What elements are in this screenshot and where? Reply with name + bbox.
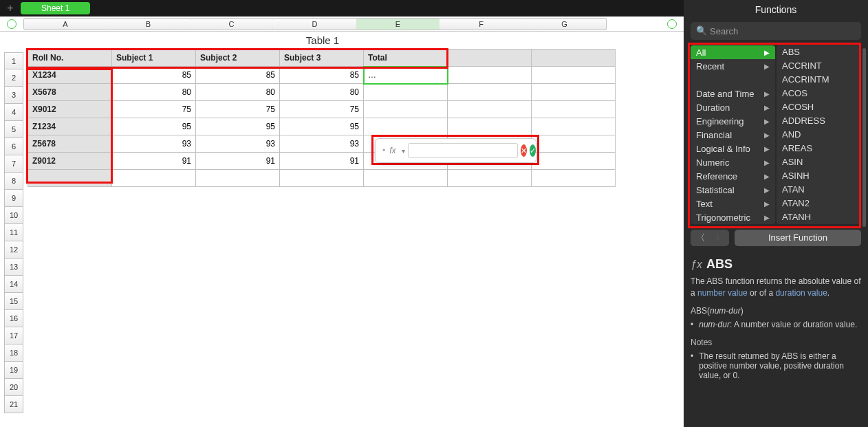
- row-start-handle[interactable]: [7, 19, 17, 29]
- cell[interactable]: [364, 118, 448, 135]
- row-header[interactable]: 10: [4, 207, 23, 224]
- row-end-handle[interactable]: [667, 19, 677, 29]
- add-sheet-button[interactable]: +: [4, 2, 17, 14]
- cell[interactable]: 91: [280, 153, 364, 170]
- row-header[interactable]: 5: [4, 121, 23, 138]
- row-header[interactable]: 13: [4, 259, 23, 276]
- header-cell[interactable]: [448, 50, 532, 67]
- function-item[interactable]: ATANH: [777, 210, 861, 224]
- function-item[interactable]: AND: [777, 128, 861, 142]
- insert-function-button[interactable]: Insert Function: [735, 230, 861, 246]
- row-header[interactable]: 19: [4, 362, 23, 379]
- cell[interactable]: 80: [112, 84, 196, 101]
- cell[interactable]: [448, 170, 532, 187]
- function-item[interactable]: ATAN: [777, 183, 861, 197]
- table-title[interactable]: Table 1: [28, 34, 618, 46]
- header-cell[interactable]: Subject 1: [112, 50, 196, 67]
- cell[interactable]: [364, 101, 448, 118]
- row-header[interactable]: 8: [4, 173, 23, 190]
- function-name-list[interactable]: ABS ACCRINT ACCRINTM ACOS ACOSH ADDRESS …: [777, 45, 861, 224]
- function-search-input[interactable]: [691, 22, 861, 40]
- row-header[interactable]: 17: [4, 327, 23, 344]
- header-cell[interactable]: Subject 2: [196, 50, 280, 67]
- cell[interactable]: X9012: [28, 101, 112, 118]
- category-item[interactable]: Duration▶: [691, 100, 775, 114]
- column-header-B[interactable]: B: [107, 18, 191, 30]
- cell[interactable]: 75: [280, 101, 364, 118]
- cell[interactable]: 93: [280, 135, 364, 153]
- row-header[interactable]: 4: [4, 104, 23, 121]
- cell[interactable]: 85: [112, 67, 196, 84]
- cell[interactable]: [532, 135, 616, 153]
- cell[interactable]: [532, 118, 616, 135]
- row-header[interactable]: 11: [4, 224, 23, 241]
- category-item[interactable]: Text▶: [691, 197, 775, 210]
- header-cell[interactable]: [532, 50, 616, 67]
- header-cell[interactable]: Subject 3: [280, 50, 364, 67]
- row-header[interactable]: 18: [4, 344, 23, 362]
- function-item[interactable]: ADDRESS: [777, 114, 861, 128]
- row-header[interactable]: 14: [4, 276, 23, 293]
- category-item[interactable]: Statistical▶: [691, 183, 775, 197]
- formula-accept-button[interactable]: ✓: [530, 144, 536, 157]
- cell[interactable]: 95: [196, 118, 280, 135]
- category-item[interactable]: Financial▶: [691, 128, 775, 142]
- cell[interactable]: 91: [196, 153, 280, 170]
- sheet-tab[interactable]: Sheet 1: [21, 2, 90, 14]
- cell[interactable]: [532, 84, 616, 101]
- cell[interactable]: 95: [280, 118, 364, 135]
- function-item[interactable]: ABS: [777, 45, 861, 59]
- cell[interactable]: 80: [280, 84, 364, 101]
- column-header-F[interactable]: F: [440, 18, 523, 30]
- cell[interactable]: Z5678: [28, 135, 112, 153]
- header-cell[interactable]: Roll No.: [28, 50, 112, 67]
- cell[interactable]: [364, 170, 448, 187]
- function-category-list[interactable]: All▶ Recent▶ Date and Time▶ Duration▶ En…: [691, 45, 775, 224]
- cell[interactable]: [448, 84, 532, 101]
- category-item[interactable]: Recent▶: [691, 59, 775, 73]
- function-item[interactable]: ACOS: [777, 87, 861, 100]
- cell[interactable]: [532, 101, 616, 118]
- cell[interactable]: 85: [196, 67, 280, 84]
- cell[interactable]: [364, 84, 448, 101]
- cell[interactable]: [532, 170, 616, 187]
- nav-back-button[interactable]: 〈: [691, 230, 710, 246]
- cell-selected[interactable]: …: [364, 67, 448, 84]
- function-item[interactable]: AREAS: [777, 142, 861, 155]
- cell[interactable]: Z9012: [28, 153, 112, 170]
- row-header[interactable]: 16: [4, 310, 23, 327]
- row-header[interactable]: 12: [4, 241, 23, 259]
- category-item[interactable]: Engineering▶: [691, 114, 775, 128]
- function-item[interactable]: ACCRINT: [777, 59, 861, 73]
- row-header[interactable]: 2: [4, 69, 23, 87]
- function-item[interactable]: ATAN2: [777, 197, 861, 210]
- row-header[interactable]: 21: [4, 396, 23, 413]
- category-item[interactable]: Date and Time▶: [691, 87, 775, 100]
- header-cell[interactable]: Total: [364, 50, 448, 67]
- column-header-A[interactable]: A: [23, 18, 107, 30]
- column-header-C[interactable]: C: [190, 18, 274, 30]
- cell[interactable]: [532, 153, 616, 170]
- cell[interactable]: 93: [196, 135, 280, 153]
- row-header[interactable]: 9: [4, 190, 23, 207]
- row-header[interactable]: 1: [4, 52, 23, 69]
- formula-input[interactable]: [408, 143, 518, 158]
- cell[interactable]: 93: [112, 135, 196, 153]
- formula-cancel-button[interactable]: ✕: [521, 144, 527, 157]
- row-header[interactable]: 3: [4, 87, 23, 104]
- category-item[interactable]: Numeric▶: [691, 155, 775, 169]
- cell[interactable]: [532, 67, 616, 84]
- scrollbar[interactable]: [862, 48, 866, 227]
- cell[interactable]: X5678: [28, 84, 112, 101]
- category-item[interactable]: Reference▶: [691, 169, 775, 183]
- cell[interactable]: [280, 170, 364, 187]
- nav-forward-button[interactable]: 〉: [710, 230, 729, 246]
- category-item[interactable]: Logical & Info▶: [691, 142, 775, 155]
- column-header-G[interactable]: G: [523, 18, 607, 30]
- column-header-D[interactable]: D: [273, 18, 357, 30]
- row-header[interactable]: 6: [4, 138, 23, 155]
- cell[interactable]: [196, 170, 280, 187]
- cell[interactable]: 80: [196, 84, 280, 101]
- cell[interactable]: [28, 170, 112, 187]
- cell[interactable]: 75: [196, 101, 280, 118]
